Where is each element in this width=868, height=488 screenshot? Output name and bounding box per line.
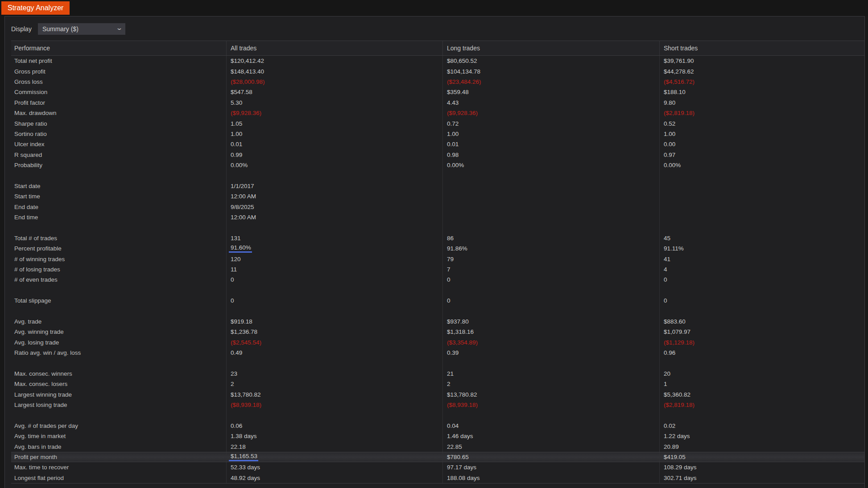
row-value: $5,360.82	[660, 390, 864, 400]
table-row[interactable]: Profit per month$1,165.53$780.65$419.05	[11, 452, 864, 462]
row-value: 0.52	[660, 118, 864, 128]
display-dropdown-value: Summary ($)	[42, 25, 79, 33]
row-label: Sortino ratio	[11, 129, 227, 139]
row-value: 1.00	[443, 129, 660, 139]
column-header-performance[interactable]: Performance	[11, 41, 227, 55]
row-label: Commission	[11, 87, 227, 97]
row-value	[660, 170, 864, 180]
row-label: R squared	[11, 150, 227, 160]
row-label	[11, 170, 227, 180]
row-value: 0.96	[660, 348, 864, 358]
table-row[interactable]: Profit factor5.304.439.80	[11, 98, 864, 108]
table-row[interactable]: Ulcer index0.010.010.00	[11, 139, 864, 149]
row-value: 20.89	[660, 441, 864, 451]
row-value: 12:00 AM	[227, 212, 443, 222]
table-row[interactable]: Avg. trade$919.18$937.80$883.60	[11, 316, 864, 327]
table-row[interactable]: End date9/8/2025	[11, 201, 864, 212]
table-row[interactable]: Gross profit$148,413.40$104,134.78$44,27…	[11, 66, 864, 76]
table-row[interactable]: Max. consec. losers221	[11, 379, 864, 389]
row-value: 1.38 days	[227, 431, 443, 441]
table-row[interactable]: Avg. losing trade($2,545.54)($3,354.89)(…	[11, 337, 864, 348]
row-value: $937.80	[443, 316, 660, 327]
table-row[interactable]: Sharpe ratio1.050.720.52	[11, 118, 864, 128]
table-row[interactable]: Avg. winning trade$1,236.78$1,318.16$1,0…	[11, 327, 864, 337]
table-row[interactable]: Max. time to recover52.33 days97.17 days…	[11, 462, 864, 472]
table-spacer-row	[11, 410, 864, 420]
row-value: 52.33 days	[227, 462, 443, 472]
table-row[interactable]: Ratio avg. win / avg. loss0.490.390.96	[11, 348, 864, 358]
row-value: 0.00%	[660, 160, 864, 170]
table-row[interactable]: Percent profitable91.60%91.86%91.11%	[11, 243, 864, 254]
row-label: Ratio avg. win / avg. loss	[11, 348, 227, 358]
row-value: 0.04	[443, 421, 660, 431]
row-value	[227, 170, 443, 180]
table-row[interactable]: # of losing trades1174	[11, 264, 864, 275]
column-header-long-trades[interactable]: Long trades	[443, 41, 660, 55]
row-value: 1/1/2017	[227, 181, 443, 191]
row-value: 20	[660, 369, 864, 379]
table-row[interactable]: Max. drawdown($9,928.36)($9,928.36)($2,8…	[11, 108, 864, 118]
table-row[interactable]: Avg. bars in trade22.1822.8520.89	[11, 441, 864, 451]
row-value: 7	[443, 264, 660, 275]
row-value: 12:00 AM	[227, 191, 443, 201]
table-row[interactable]: Total # of trades1318645	[11, 233, 864, 243]
row-label: # of even trades	[11, 275, 227, 285]
row-value: 0.97	[660, 150, 864, 160]
row-label: Avg. trade	[11, 316, 227, 327]
table-row[interactable]: Probability0.00%0.00%0.00%	[11, 160, 864, 170]
row-value: $80,650.52	[443, 56, 660, 66]
table-row[interactable]: Max. consec. winners232120	[11, 369, 864, 379]
table-row[interactable]: Avg. time in market1.38 days1.46 days1.2…	[11, 431, 864, 441]
table-spacer-row	[11, 285, 864, 295]
row-value: 11	[227, 264, 443, 275]
row-value: 120	[227, 254, 443, 264]
row-value	[660, 212, 864, 222]
row-value	[660, 285, 864, 295]
table-row[interactable]: # of winning trades1207941	[11, 254, 864, 264]
table-row[interactable]: # of even trades000	[11, 275, 864, 285]
table-row[interactable]: Avg. # of trades per day0.060.040.02	[11, 421, 864, 431]
table-row[interactable]: Gross loss($28,000.98)($23,484.26)($4,51…	[11, 77, 864, 87]
row-value: 0	[443, 295, 660, 306]
table-spacer-row	[11, 306, 864, 316]
table-row[interactable]: Longest flat period48.92 days188.08 days…	[11, 473, 864, 483]
row-value	[660, 358, 864, 368]
table-row[interactable]: End time12:00 AM	[11, 212, 864, 222]
row-value	[660, 191, 864, 201]
row-value: 22.18	[227, 441, 443, 451]
row-value: $419.05	[660, 452, 864, 462]
strategy-analyzer-tab[interactable]: Strategy Analyzer	[1, 1, 70, 15]
row-value	[443, 170, 660, 180]
row-value	[660, 181, 864, 191]
display-dropdown[interactable]: Summary ($) ⌄	[38, 23, 125, 35]
table-row[interactable]: Commission$547.58$359.48$188.10	[11, 87, 864, 97]
row-value	[443, 285, 660, 295]
row-label: Longest flat period	[11, 473, 227, 483]
row-value	[660, 306, 864, 316]
row-value	[443, 358, 660, 368]
row-value	[660, 410, 864, 420]
row-value	[227, 306, 443, 316]
table-row[interactable]: R squared0.990.980.97	[11, 150, 864, 160]
row-label: Start time	[11, 191, 227, 201]
table-row[interactable]: Start date1/1/2017	[11, 181, 864, 191]
row-value: 0.01	[443, 139, 660, 149]
table-row[interactable]: Largest losing trade($8,939.18)($8,939.1…	[11, 400, 864, 410]
row-label: # of losing trades	[11, 264, 227, 275]
table-row[interactable]: Total net profit$120,412.42$80,650.52$39…	[11, 56, 864, 66]
row-value: 0.00%	[443, 160, 660, 170]
row-value: ($8,939.18)	[443, 400, 660, 410]
row-value: $13,780.82	[227, 390, 443, 400]
table-row[interactable]: Largest winning trade$13,780.82$13,780.8…	[11, 390, 864, 400]
table-row[interactable]: Sortino ratio1.001.001.00	[11, 129, 864, 139]
row-value: 0.98	[443, 150, 660, 160]
table-row[interactable]: Start time12:00 AM	[11, 191, 864, 201]
row-value: ($4,516.72)	[660, 77, 864, 87]
column-header-short-trades[interactable]: Short trades	[660, 41, 864, 55]
row-label: Probability	[11, 160, 227, 170]
row-value: $120,412.42	[227, 56, 443, 66]
row-value	[443, 181, 660, 191]
row-value	[227, 222, 443, 233]
table-row[interactable]: Total slippage000	[11, 295, 864, 306]
column-header-all-trades[interactable]: All trades	[227, 41, 443, 55]
